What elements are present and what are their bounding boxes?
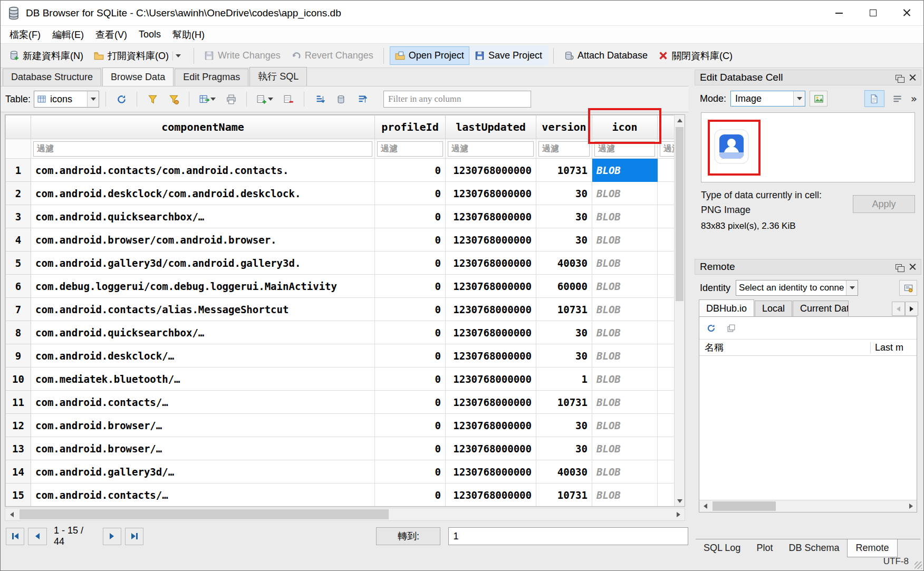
cell-profileid[interactable]: 0 bbox=[375, 182, 446, 205]
cell-componentname[interactable]: com.android.browser/… bbox=[31, 437, 375, 460]
cell-lastupdated[interactable]: 1230768000000 bbox=[446, 205, 536, 228]
open-database-dropdown[interactable] bbox=[172, 51, 184, 61]
cell-componentname[interactable]: com.android.quicksearchbox/… bbox=[31, 321, 375, 344]
row-number-cell[interactable]: 10 bbox=[6, 367, 31, 391]
cell-icon-blob[interactable]: BLOB bbox=[592, 483, 658, 507]
remote-refresh-button[interactable] bbox=[704, 321, 718, 335]
cell-componentname[interactable]: com.android.deskclock/com.android.deskcl… bbox=[31, 182, 375, 205]
clear-filters-button[interactable] bbox=[143, 90, 161, 108]
cell-version[interactable]: 10731 bbox=[536, 298, 592, 321]
cell-icon-blob[interactable]: BLOB bbox=[592, 460, 658, 483]
cell-componentname[interactable]: com.android.contacts/… bbox=[31, 483, 375, 507]
identity-combobox[interactable]: Select an identity to conne bbox=[736, 280, 858, 296]
save-filter-button[interactable] bbox=[165, 90, 182, 108]
cell-partial[interactable] bbox=[658, 414, 675, 437]
dock-tab-remote[interactable]: Remote bbox=[847, 539, 897, 557]
cell-version[interactable]: 30 bbox=[536, 228, 592, 251]
menu-file[interactable]: 檔案(F) bbox=[4, 26, 46, 43]
cell-icon-blob[interactable]: BLOB bbox=[592, 159, 658, 182]
cell-version[interactable]: 1 bbox=[536, 367, 592, 391]
remote-horizontal-scrollbar[interactable] bbox=[699, 500, 917, 512]
scroll-left-button[interactable] bbox=[699, 500, 711, 512]
cell-version[interactable]: 30 bbox=[536, 182, 592, 205]
cell-profileid[interactable]: 0 bbox=[375, 460, 446, 483]
tab-current-database[interactable]: Current Dat bbox=[793, 301, 849, 316]
cell-lastupdated[interactable]: 1230768000000 bbox=[446, 298, 536, 321]
cell-partial[interactable] bbox=[658, 437, 675, 460]
export-table-button[interactable] bbox=[196, 90, 219, 108]
row-number-cell[interactable]: 14 bbox=[6, 460, 31, 483]
remote-column-name[interactable]: 名稱 bbox=[699, 341, 870, 354]
scroll-up-button[interactable] bbox=[675, 115, 685, 125]
cell-profileid[interactable]: 0 bbox=[375, 275, 446, 298]
cell-icon-blob[interactable]: BLOB bbox=[592, 321, 658, 344]
row-number-cell[interactable]: 1 bbox=[6, 159, 31, 182]
cell-partial[interactable] bbox=[658, 367, 675, 391]
panel-overflow-chevron[interactable]: » bbox=[911, 92, 916, 105]
cell-version[interactable]: 10731 bbox=[536, 159, 592, 182]
manage-identities-button[interactable] bbox=[899, 280, 917, 296]
cell-lastupdated[interactable]: 1230768000000 bbox=[446, 367, 536, 391]
row-number-cell[interactable]: 15 bbox=[6, 483, 31, 507]
vertical-scrollbar-thumb[interactable] bbox=[676, 127, 684, 301]
cell-partial[interactable] bbox=[658, 321, 675, 344]
row-number-cell[interactable]: 3 bbox=[6, 205, 31, 228]
filter-any-column-input[interactable] bbox=[383, 91, 531, 108]
cell-componentname[interactable]: com.android.contacts/com.android.contact… bbox=[31, 159, 375, 182]
database-cell-button[interactable] bbox=[332, 90, 350, 108]
row-number-cell[interactable]: 5 bbox=[6, 251, 31, 275]
cell-componentname[interactable]: com.android.quicksearchbox/… bbox=[31, 205, 375, 228]
cell-version[interactable]: 30 bbox=[536, 321, 592, 344]
previous-record-button[interactable] bbox=[28, 528, 46, 545]
cell-partial[interactable] bbox=[658, 298, 675, 321]
row-number-cell[interactable]: 6 bbox=[6, 275, 31, 298]
row-number-cell[interactable]: 8 bbox=[6, 321, 31, 344]
export-cell-data-button[interactable] bbox=[810, 91, 827, 107]
cell-icon-blob[interactable]: BLOB bbox=[592, 228, 658, 251]
scroll-right-button[interactable] bbox=[672, 508, 685, 520]
cell-partial[interactable] bbox=[658, 391, 675, 414]
identity-combobox-arrow[interactable] bbox=[846, 280, 858, 295]
horizontal-scrollbar-thumb[interactable] bbox=[20, 509, 389, 519]
row-number-cell[interactable]: 12 bbox=[6, 414, 31, 437]
filter-input-version[interactable]: 過濾 bbox=[538, 141, 590, 157]
apply-button[interactable]: Apply bbox=[853, 195, 915, 213]
goto-record-input[interactable] bbox=[448, 527, 688, 545]
column-header-lastupdated[interactable]: lastUpdated bbox=[446, 115, 536, 139]
cell-lastupdated[interactable]: 1230768000000 bbox=[446, 414, 536, 437]
cell-version[interactable]: 40030 bbox=[536, 460, 592, 483]
cell-profileid[interactable]: 0 bbox=[375, 251, 446, 275]
cell-icon-blob[interactable]: BLOB bbox=[592, 182, 658, 205]
dock-close-icon[interactable] bbox=[909, 264, 916, 270]
cell-partial[interactable] bbox=[658, 182, 675, 205]
cell-version[interactable]: 60000 bbox=[536, 275, 592, 298]
row-number-cell[interactable]: 13 bbox=[6, 437, 31, 460]
cell-version[interactable]: 10731 bbox=[536, 483, 592, 507]
new-database-button[interactable]: 新建資料庫(N) bbox=[4, 46, 89, 66]
cell-version[interactable]: 30 bbox=[536, 414, 592, 437]
row-number-cell[interactable]: 7 bbox=[6, 298, 31, 321]
cell-componentname[interactable]: com.android.contacts/alias.MessageShortc… bbox=[31, 298, 375, 321]
sort-descending-button[interactable] bbox=[353, 90, 371, 108]
cell-lastupdated[interactable]: 1230768000000 bbox=[446, 182, 536, 205]
cell-icon-blob[interactable]: BLOB bbox=[592, 391, 658, 414]
cell-profileid[interactable]: 0 bbox=[375, 159, 446, 182]
filter-input-componentname[interactable]: 過濾 bbox=[33, 141, 372, 157]
dock-close-icon[interactable] bbox=[909, 74, 916, 81]
cell-profileid[interactable]: 0 bbox=[375, 321, 446, 344]
cell-version[interactable]: 30 bbox=[536, 437, 592, 460]
row-number-cell[interactable]: 9 bbox=[6, 344, 31, 367]
scroll-down-button[interactable] bbox=[675, 496, 685, 506]
dock-tab-db-schema[interactable]: DB Schema bbox=[781, 539, 847, 557]
cell-componentname[interactable]: com.android.gallery3d/… bbox=[31, 460, 375, 483]
cell-profileid[interactable]: 0 bbox=[375, 391, 446, 414]
mode-combobox[interactable]: Image bbox=[730, 91, 805, 107]
revert-changes-button[interactable]: Revert Changes bbox=[286, 46, 379, 65]
cell-profileid[interactable]: 0 bbox=[375, 205, 446, 228]
first-record-button[interactable] bbox=[6, 528, 24, 545]
cell-icon-blob[interactable]: BLOB bbox=[592, 437, 658, 460]
cell-icon-blob[interactable]: BLOB bbox=[592, 251, 658, 275]
cell-profileid[interactable]: 0 bbox=[375, 414, 446, 437]
cell-lastupdated[interactable]: 1230768000000 bbox=[446, 460, 536, 483]
cell-profileid[interactable]: 0 bbox=[375, 437, 446, 460]
